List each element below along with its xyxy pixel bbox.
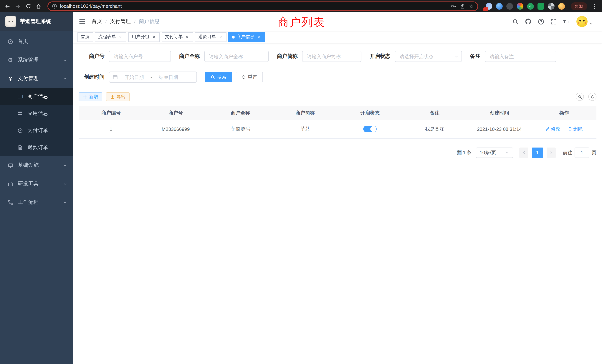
extension-icon[interactable] (538, 3, 544, 10)
browser-extensions: 10 ✓ (483, 3, 568, 10)
sidebar-item-system[interactable]: ⚙ 系统管理 (0, 51, 73, 69)
tab-pay-order[interactable]: 支付订单× (162, 32, 193, 42)
toggle-search-button[interactable] (576, 93, 584, 101)
filter-row-1: 商户号 商户全称 商户简称 开启状态 (79, 51, 596, 62)
start-date-input[interactable] (120, 74, 148, 80)
tab-refund-order[interactable]: 退款订单× (195, 32, 226, 42)
sidebar-item-refund-order[interactable]: 退款订单 (0, 139, 73, 156)
github-icon[interactable] (525, 18, 532, 25)
extension-icon[interactable]: ✓ (527, 3, 534, 10)
delete-link[interactable]: 删除 (568, 126, 583, 132)
extension-icon[interactable] (548, 3, 555, 10)
sidebar-item-home[interactable]: 首页 (0, 32, 73, 51)
share-icon[interactable] (460, 3, 465, 9)
document-icon (17, 145, 23, 150)
browser-back-icon[interactable] (3, 2, 12, 11)
breadcrumb-current: 商户信息 (139, 18, 160, 25)
svg-text:T: T (563, 19, 566, 24)
field-merchant-no: 商户号 (79, 51, 171, 62)
page-number-button[interactable]: 1 (532, 147, 543, 158)
close-icon[interactable]: × (151, 34, 156, 40)
close-icon[interactable]: × (256, 34, 261, 40)
edit-link[interactable]: 修改 (545, 126, 560, 132)
avatar[interactable] (576, 16, 588, 27)
prev-page-button[interactable] (519, 147, 528, 158)
extension-icon[interactable]: 10 (486, 3, 492, 10)
extension-badge: 10 (483, 7, 488, 11)
workflow-icon (7, 200, 13, 205)
status-toggle[interactable] (363, 126, 377, 132)
top-navbar: 首页 / 支付管理 / 商户信息 商户列表 TT (73, 12, 602, 31)
extension-icon[interactable] (506, 3, 513, 10)
refresh-button[interactable] (588, 93, 596, 101)
page-annotation: 商户列表 (278, 15, 325, 30)
extension-icon[interactable] (496, 3, 503, 10)
page-size-select[interactable]: 10条/页 (476, 147, 513, 158)
order-icon (17, 128, 23, 133)
user-menu[interactable] (576, 16, 593, 27)
short-name-input[interactable] (302, 51, 361, 62)
export-button[interactable]: 导出 (106, 92, 130, 101)
col-create-time: 创建时间 (467, 106, 532, 120)
sidebar-menu: 首页 ⚙ 系统管理 ¥ 支付管理 商户信息 (0, 31, 73, 212)
dashboard-icon (7, 39, 13, 44)
breadcrumb-separator: / (134, 19, 136, 24)
browser-home-icon[interactable] (34, 2, 43, 11)
close-icon[interactable]: × (118, 34, 123, 40)
sidebar-item-app-info[interactable]: 应用信息 (0, 105, 73, 122)
fullscreen-icon[interactable] (550, 18, 557, 25)
breadcrumb-home[interactable]: 首页 (92, 18, 102, 25)
next-page-button[interactable] (547, 147, 556, 158)
app-logo[interactable]: 芋道管理系统 (0, 12, 73, 31)
merchant-no-input[interactable] (109, 51, 171, 62)
col-actions: 操作 (532, 106, 596, 120)
date-range-picker[interactable]: - (109, 72, 197, 83)
logo-image (5, 16, 16, 27)
tab-user-group[interactable]: 用户分组× (128, 32, 160, 42)
sidebar-item-dev-tools[interactable]: 研发工具 (0, 175, 73, 193)
chevron-down-icon (63, 58, 67, 62)
sidebar-item-infrastructure[interactable]: 基础设施 (0, 156, 73, 175)
full-name-input[interactable] (204, 51, 269, 62)
browser-forward-icon[interactable] (13, 2, 22, 11)
site-info-icon[interactable] (52, 3, 57, 9)
check-icon: ✓ (529, 4, 532, 8)
browser-menu-icon[interactable]: ⋮ (590, 2, 599, 11)
extension-icon[interactable] (517, 3, 523, 10)
add-button[interactable]: 新增 (79, 92, 102, 101)
sidebar-item-merchant-info[interactable]: 商户信息 (0, 88, 73, 105)
sidebar-item-payment[interactable]: ¥ 支付管理 (0, 69, 73, 88)
sidebar-item-pay-order[interactable]: 支付订单 (0, 122, 73, 139)
reset-button[interactable]: 重置 (236, 72, 263, 82)
help-icon[interactable] (538, 18, 544, 25)
cell-actions: 修改 删除 (532, 120, 596, 138)
url-bar[interactable]: localhost:1024/pay/merchant ☆ (47, 1, 478, 11)
close-icon[interactable]: × (185, 34, 190, 40)
font-size-icon[interactable]: TT (563, 19, 570, 24)
breadcrumb-section[interactable]: 支付管理 (110, 18, 131, 25)
tab-home[interactable]: 首页 (77, 32, 93, 42)
bookmark-star-icon[interactable]: ☆ (469, 3, 474, 10)
search-icon[interactable] (512, 18, 519, 25)
password-key-icon[interactable] (451, 3, 456, 9)
browser-reload-icon[interactable] (24, 2, 33, 11)
browser-update-button[interactable]: 更新 (571, 2, 587, 10)
chevron-up-icon (63, 76, 67, 81)
breadcrumb: 首页 / 支付管理 / 商户信息 (92, 18, 160, 25)
close-icon[interactable]: × (218, 34, 223, 40)
merchant-table: 商户编号 商户号 商户全称 商户简称 开启状态 备注 创建时间 操作 1 (79, 106, 596, 139)
status-select[interactable] (395, 51, 462, 62)
tab-process-form[interactable]: 流程表单× (95, 32, 126, 42)
tab-merchant-info[interactable]: 商户信息× (228, 32, 265, 42)
sidebar-item-workflow[interactable]: 工作流程 (0, 193, 73, 212)
remark-input[interactable] (485, 51, 556, 62)
breadcrumb-separator: / (105, 19, 107, 24)
search-button[interactable]: 搜索 (205, 72, 232, 82)
col-merchant-no: 商户号 (143, 106, 208, 120)
card-icon (17, 94, 23, 99)
end-date-input[interactable] (154, 74, 183, 80)
sidebar-toggle-button[interactable] (79, 19, 86, 24)
goto-page-input[interactable] (575, 147, 589, 158)
field-remark: 备注 (470, 51, 556, 62)
extension-icon[interactable] (558, 3, 565, 10)
